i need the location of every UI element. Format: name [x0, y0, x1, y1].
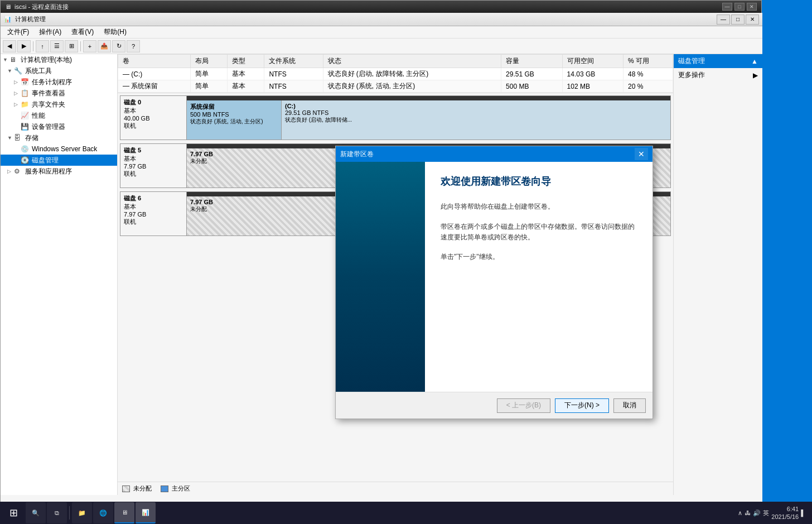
tray-chevron-up[interactable]: ∧ [738, 509, 742, 517]
system-tools-expand: ▼ [7, 68, 14, 74]
mmc-minimize-btn[interactable]: — [717, 15, 730, 25]
rdp-close-btn[interactable]: ✕ [747, 3, 757, 11]
toolbar-new-btn[interactable]: + [83, 40, 96, 52]
disk-table: 卷 布局 类型 文件系统 状态 容量 可用空间 % 可用 [118, 54, 673, 93]
storage-icon: 🗄 [14, 134, 23, 142]
disk5-size: 7.97 GB [124, 163, 183, 170]
toolbar-up-btn[interactable]: ↑ [36, 40, 49, 52]
row0-status: 状态良好 (启动, 故障转储, 主分区) [323, 68, 501, 80]
sidebar-item-event-viewer[interactable]: ▷ 📋 事件查看器 [1, 88, 117, 99]
disk0-main-status: 状态良好 (启动, 故障转储... [285, 116, 667, 124]
disk0-topbar [187, 96, 670, 100]
sidebar-item-root[interactable]: ▼ 🖥 计算机管理(本地) [1, 54, 117, 65]
row1-pct: 20 % [624, 80, 673, 93]
taskbar-ie-btn[interactable]: 🌐 [93, 502, 113, 523]
mmc-close-btn[interactable]: ✕ [746, 15, 759, 25]
taskbar-taskview-btn[interactable]: ⧉ [47, 502, 67, 523]
sidebar-backup-label: Windows Server Back [32, 145, 97, 153]
taskbar-sep [69, 506, 70, 520]
row1-capacity: 500 MB [501, 80, 562, 93]
disk0-sys-size: 500 MB NTFS [190, 111, 278, 118]
right-panel-more-actions[interactable]: 更多操作 ▶ [674, 68, 762, 82]
sidebar-item-storage[interactable]: ▼ 🗄 存储 [1, 132, 117, 143]
sidebar-system-tools-label: 系统工具 [25, 66, 52, 76]
sidebar-item-windows-backup[interactable]: 💿 Windows Server Back [1, 143, 117, 155]
mmc-restore-btn[interactable]: □ [731, 15, 745, 25]
disk0-part-main[interactable]: (C:) 29.51 GB NTFS 状态良好 (启动, 故障转储... [282, 100, 670, 140]
sidebar-item-task-scheduler[interactable]: ▷ 📅 任务计划程序 [1, 76, 117, 88]
clock-date: 2021/5/16 [771, 513, 799, 521]
row0-fs: NTFS [264, 68, 323, 80]
tray-lang[interactable]: 英 [763, 509, 769, 517]
taskbar-rdp-btn[interactable]: 🖥 [114, 502, 134, 523]
dialog-cancel-btn[interactable]: 取消 [613, 398, 646, 413]
sidebar-diskmgmt-label: 磁盘管理 [32, 156, 59, 165]
toolbar-refresh-btn[interactable]: ↻ [112, 40, 125, 52]
sidebar-storage-label: 存储 [25, 133, 38, 143]
event-icon: 📋 [21, 89, 30, 97]
dialog-body: 欢迎使用新建带区卷向导 此向导将帮助你在磁盘上创建带区卷。 带区卷在两个或多个磁… [336, 162, 652, 392]
shared-expand: ▷ [14, 102, 21, 107]
mmc-title-left: 📊 计算机管理 [4, 15, 46, 23]
toolbar-export-btn[interactable]: 📤 [98, 40, 111, 52]
dialog-back-btn[interactable]: < 上一步(B) [497, 398, 550, 413]
rdp-minimize-btn[interactable]: — [722, 3, 732, 11]
task-icon: 📅 [21, 78, 30, 86]
table-row[interactable]: — (C:) 简单 基本 NTFS 状态良好 (启动, 故障转储, 主分区) 2… [118, 68, 673, 80]
rdp-title-left: 🖥 iscsi - 远程桌面连接 [5, 3, 69, 11]
toolbar-back-btn[interactable]: ◀ [3, 40, 16, 52]
sidebar-item-disk-management[interactable]: 💽 磁盘管理 [1, 155, 117, 166]
rdp-maximize-btn[interactable]: □ [734, 3, 745, 11]
rdp-titlebar: 🖥 iscsi - 远程桌面连接 — □ ✕ [1, 1, 761, 13]
col-header-free: 可用空间 [562, 55, 623, 68]
toolbar-properties-btn[interactable]: ⊞ [65, 40, 78, 52]
perf-icon: 📈 [21, 112, 30, 119]
sidebar-item-system-tools[interactable]: ▼ 🔧 系统工具 [1, 65, 117, 76]
mmc-menubar: 文件(F) 操作(A) 查看(V) 帮助(H) [1, 26, 762, 39]
start-button[interactable]: ⊞ [2, 502, 25, 523]
menu-view[interactable]: 查看(V) [67, 26, 98, 38]
toolbar-sep1 [33, 41, 33, 51]
sidebar-item-shared-folders[interactable]: ▷ 📁 共享文件夹 [1, 99, 117, 110]
taskbar-search-btn[interactable]: 🔍 [26, 502, 46, 523]
toolbar-sep2 [80, 41, 81, 51]
disk0-part-system[interactable]: 系统保留 500 MB NTFS 状态良好 (系统, 活动, 主分区) [187, 100, 282, 140]
row1-layout: 简单 [190, 80, 227, 93]
toolbar-show-hide-btn[interactable]: ☰ [50, 40, 64, 52]
menu-file[interactable]: 文件(F) [3, 26, 33, 38]
disk6-type: 基本 [124, 203, 183, 211]
sidebar-item-performance[interactable]: 📈 性能 [1, 110, 117, 121]
mmc-title: 计算机管理 [15, 15, 46, 23]
taskbar-clock[interactable]: 6:41 2021/5/16 [771, 505, 799, 521]
disk0-sys-status: 状态良好 (系统, 活动, 主分区) [190, 118, 278, 126]
sidebar-event-label: 事件查看器 [32, 89, 65, 98]
dialog-next-btn[interactable]: 下一步(N) > [555, 398, 609, 413]
toolbar-help-btn[interactable]: ? [127, 40, 140, 52]
sidebar-item-device-manager[interactable]: 💾 设备管理器 [1, 121, 117, 132]
table-row[interactable]: — 系统保留 简单 基本 NTFS 状态良好 (系统, 活动, 主分区) 500… [118, 80, 673, 93]
tray-show-desktop[interactable]: ▌ [801, 509, 805, 516]
dialog-desc2: 带区卷在两个或多个磁盘上的带区中存储数据。带区卷访问数据的速度要比简单卷或跨区卷… [441, 222, 637, 243]
more-actions-label: 更多操作 [678, 70, 705, 80]
services-expand: ▷ [7, 169, 14, 174]
event-expand: ▷ [14, 90, 21, 96]
shared-icon: 📁 [21, 100, 30, 108]
toolbar-forward-btn[interactable]: ▶ [17, 40, 31, 52]
disk0-parts: 系统保留 500 MB NTFS 状态良好 (系统, 活动, 主分区) (C:)… [187, 100, 670, 140]
disk6-size: 7.97 GB [124, 211, 183, 218]
primary-label: 主分区 [172, 484, 190, 493]
disk0-size: 40.00 GB [124, 115, 183, 122]
menu-help[interactable]: 帮助(H) [99, 26, 131, 38]
dialog-close-btn[interactable]: ✕ [635, 148, 648, 160]
sidebar-item-services[interactable]: ▷ ⚙ 服务和应用程序 [1, 166, 117, 177]
disk0-main-label: (C:) [285, 103, 667, 109]
root-expand-icon: ▼ [3, 57, 9, 63]
new-striped-volume-dialog[interactable]: 新建带区卷 ✕ 欢迎使用新建带区卷向导 此向导将帮助你在磁盘上创建带区卷。 带区… [335, 146, 653, 419]
sidebar-device-label: 设备管理器 [32, 122, 65, 132]
disk5-status: 联机 [124, 170, 183, 178]
taskbar-explorer-btn[interactable]: 📁 [72, 502, 92, 523]
row0-type: 基本 [228, 68, 264, 80]
menu-action[interactable]: 操作(A) [35, 26, 66, 38]
col-header-type: 类型 [228, 55, 264, 68]
taskbar-mmc-btn[interactable]: 📊 [136, 502, 156, 523]
